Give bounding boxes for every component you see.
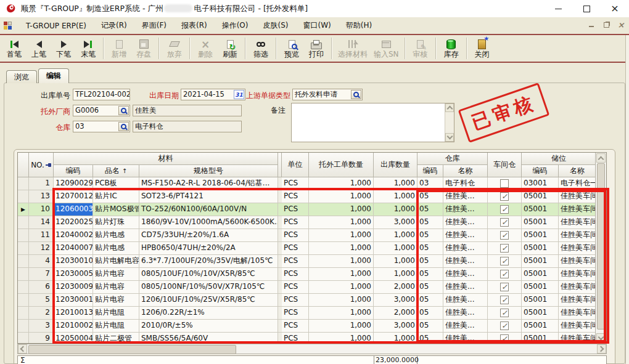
header-code[interactable]: 编码 xyxy=(54,165,93,177)
cell-name: 贴片电阻 xyxy=(93,307,139,320)
table-row[interactable]: 1 12090029 PCB板 MS-F150-A2-R-L 2018-06-0… xyxy=(18,177,596,190)
cell-loc-code: 05001 xyxy=(522,294,559,307)
workshop-checkbox[interactable] xyxy=(500,270,509,278)
upstream-type-field[interactable]: 托外发料申请 xyxy=(292,89,363,100)
grid-horizontal-scrollbar[interactable] xyxy=(17,344,607,354)
mdi-close-button[interactable]: × xyxy=(617,20,625,29)
workshop-checkbox[interactable] xyxy=(500,205,509,214)
tab-edit[interactable]: 编辑 xyxy=(38,68,69,83)
workshop-checkbox[interactable] xyxy=(500,218,509,227)
cell-loc-code: 05001 xyxy=(522,190,559,203)
binoculars-icon xyxy=(257,38,265,50)
minimize-button[interactable] xyxy=(544,0,572,17)
delete-x-icon: × xyxy=(201,38,210,50)
print-button[interactable]: 打印 xyxy=(304,36,329,61)
table-row[interactable]: 2 12010013 贴片电阻 1206/0.22R/±1% PCS 1,000… xyxy=(18,307,596,320)
workshop-checkbox[interactable] xyxy=(500,334,509,343)
menu-help[interactable]: 帮助(H) xyxy=(339,18,379,33)
header-unit[interactable]: 单位 xyxy=(282,153,309,177)
workshop-checkbox[interactable] xyxy=(500,192,509,201)
remark-textarea[interactable] xyxy=(291,103,454,142)
grid-vertical-scrollbar[interactable] xyxy=(595,153,606,343)
mdi-minimize-button[interactable] xyxy=(587,20,596,29)
scroll-up-button[interactable] xyxy=(596,153,606,163)
table-row[interactable]: 11 12040002 贴片电感 CD75/33UH/±20%/1.6A PCS… xyxy=(18,229,596,242)
workshop-checkbox[interactable] xyxy=(500,179,509,188)
cell-wh-code: 05 xyxy=(417,203,443,216)
header-wo-qty[interactable]: 托外工单数量 xyxy=(309,153,374,177)
warehouse-lookup-button[interactable] xyxy=(118,122,129,131)
table-row[interactable]: 3 12010002 贴片电阻 2010/0R/±5% PCS 1,000 3,… xyxy=(18,320,596,333)
mdi-restore-button[interactable] xyxy=(602,20,610,29)
header-workshop[interactable]: 车间仓 xyxy=(488,153,522,177)
system-menu-icon[interactable] xyxy=(4,22,12,30)
table-row[interactable]: 5 12030001 贴片电容 1206/10UF/10%/25V/X5R/85… xyxy=(18,294,596,307)
warehouse-label: 仓库 xyxy=(22,123,70,133)
scroll-down-button[interactable] xyxy=(445,133,454,142)
table-row[interactable]: 9 12050004 贴片二极管 SMB/SS56/5A/60V PCS 1,0… xyxy=(18,333,596,344)
inventory-drum-icon xyxy=(446,38,456,50)
table-row[interactable]: 13 12070012 贴片IC SOT23-6/PT4121 PCS 1,00… xyxy=(18,190,596,203)
workshop-checkbox[interactable] xyxy=(500,244,509,253)
maximize-button[interactable] xyxy=(572,0,601,17)
menu-report[interactable]: 报表(R) xyxy=(174,18,215,33)
doc-date-field[interactable]: 2021-04-15 31 xyxy=(181,89,245,100)
header-wh-name[interactable]: 名称 xyxy=(443,165,488,177)
workshop-checkbox[interactable] xyxy=(500,231,509,240)
row-indicator xyxy=(18,307,29,320)
warehouse-name-field: 电子料仓 xyxy=(133,121,242,132)
header-loc-name[interactable]: 名称 xyxy=(559,165,596,177)
scroll-right-button[interactable] xyxy=(597,344,606,354)
upstream-lookup-button[interactable] xyxy=(351,90,361,99)
header-no[interactable]: NO. xyxy=(29,153,54,177)
header-spec[interactable]: 规格型号 xyxy=(139,165,278,177)
table-row[interactable]: 4 12030010 贴片电解电容 6.3*7.7/100UF/20%/35V/… xyxy=(18,255,596,268)
vertical-scroll-thumb[interactable] xyxy=(597,163,605,330)
doc-no-field[interactable]: TFL202104-0022 xyxy=(73,89,130,100)
vendor-lookup-button[interactable] xyxy=(118,106,129,115)
close-form-button[interactable]: ★关闭 xyxy=(470,36,495,61)
menu-window[interactable]: 窗口(W) xyxy=(295,18,338,33)
preview-button[interactable]: 预览 xyxy=(279,36,304,61)
table-row[interactable]: 7 12030005 贴片电容 0805/10UF/10%/10V/X5R/85… xyxy=(18,268,596,281)
remark-label: 备注 xyxy=(255,105,286,116)
next-record-button[interactable]: 下笔 xyxy=(51,36,76,61)
header-name[interactable]: 品名↑ xyxy=(93,165,139,177)
input-sn-button: 输入SN xyxy=(371,36,402,61)
remark-scrollbar[interactable] xyxy=(445,103,454,142)
table-row[interactable]: 10 12060003 贴片MOS极管 TO-252/60N100/60A/10… xyxy=(18,203,596,216)
last-record-button[interactable]: 末笔 xyxy=(76,36,101,61)
filter-button[interactable]: 筛选 xyxy=(249,36,273,61)
table-row[interactable]: 12 12040007 贴片电感 HPB0650/47UH/±20%/2A PC… xyxy=(18,242,596,255)
workshop-checkbox[interactable] xyxy=(500,283,509,291)
table-row[interactable]: 6 12030009 贴片电容 0805/100NF/10%/50V/X7R/1… xyxy=(18,281,596,294)
header-wh-code[interactable]: 编码 xyxy=(417,165,443,177)
header-out-qty[interactable]: 出库数量 xyxy=(374,153,417,177)
scroll-left-button[interactable] xyxy=(18,344,27,354)
horizontal-scroll-thumb[interactable] xyxy=(28,345,236,354)
header-loc-code[interactable]: 编码 xyxy=(522,165,559,177)
menu-tgroup-erp[interactable]: T-GROUP ERP(E) xyxy=(18,20,94,32)
scroll-up-button[interactable] xyxy=(445,103,454,112)
workshop-checkbox[interactable] xyxy=(500,322,509,330)
exit-door-icon: ★ xyxy=(478,38,486,50)
vendor-code-field[interactable]: G0006 xyxy=(73,105,130,116)
workshop-checkbox[interactable] xyxy=(500,296,509,304)
refresh-button[interactable]: ↻刷新 xyxy=(218,36,242,61)
workshop-checkbox[interactable] xyxy=(500,309,509,317)
menu-record[interactable]: 记录(R) xyxy=(94,18,134,33)
close-button[interactable]: × xyxy=(601,0,629,17)
warehouse-code-field[interactable]: 03 xyxy=(73,121,130,132)
prev-record-button[interactable]: 上笔 xyxy=(27,36,51,61)
scroll-down-button[interactable] xyxy=(596,333,606,342)
menu-operate[interactable]: 操作(O) xyxy=(215,18,256,33)
menu-skin[interactable]: 皮肤(S) xyxy=(256,18,296,33)
calendar-button[interactable]: 31 xyxy=(234,90,244,99)
first-record-button[interactable]: 首笔 xyxy=(2,36,27,61)
cell-loc-code: 05001 xyxy=(522,255,559,268)
inventory-button[interactable]: 库存 xyxy=(439,36,464,61)
table-row[interactable]: 14 12020025 贴片灯珠 1860/9V-10V/1000mA/5600… xyxy=(18,216,596,229)
workshop-checkbox[interactable] xyxy=(500,257,509,265)
menu-interface[interactable]: 界面(F) xyxy=(134,18,174,33)
tab-browse[interactable]: 浏览 xyxy=(6,70,37,83)
